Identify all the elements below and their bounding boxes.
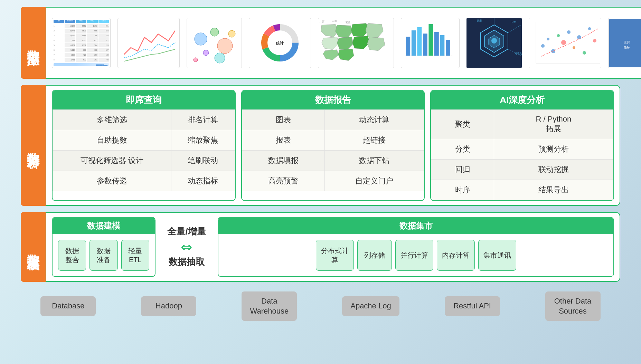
modeling-left: 数据建模 数据整合 数据准备 轻量ETL	[52, 217, 155, 277]
adhoc-body: 多维筛选 排名计算 自助提数 缩放聚焦 可视化筛选器 设计 笔刷联动	[53, 109, 235, 191]
arrow-top-label: 全量/增量	[167, 226, 206, 238]
report-cell: 超链接	[324, 130, 424, 151]
ai-cell: 联动挖掘	[494, 160, 613, 180]
svg-rect-22	[417, 27, 422, 56]
svg-point-44	[547, 38, 549, 40]
svg-point-7	[194, 58, 198, 62]
svg-rect-24	[428, 24, 433, 56]
svg-text:统计: 统计	[276, 41, 284, 45]
data-analysis-label: 数据分析	[21, 85, 46, 206]
modeling-item-integration: 数据整合	[58, 240, 86, 271]
adhoc-cell: 排名计算	[171, 110, 235, 130]
modeling-item-etl: 轻量ETL	[121, 240, 149, 271]
ai-cell: 聚类	[431, 110, 494, 139]
data-source-warehouse: Data Warehouse	[242, 291, 297, 321]
svg-point-46	[557, 34, 560, 37]
svg-text:指标: 指标	[623, 46, 630, 49]
svg-point-6	[215, 53, 225, 63]
data-sources-row: Database Hadoop Data Warehouse Apache Lo…	[21, 288, 620, 321]
ai-header: AI深度分析	[431, 90, 613, 109]
data-modeling-label: 数据建模	[21, 212, 46, 282]
chart-hex-thumb: 数据 分析 可视化	[466, 18, 522, 68]
svg-point-52	[588, 27, 591, 30]
svg-rect-26	[440, 35, 444, 56]
chart-donut-thumb: 统计	[249, 18, 311, 68]
chart-line-thumb	[117, 18, 180, 68]
report-cell: 自定义门户	[324, 171, 424, 191]
modeling-right: 数据集市 分布式计算 列存储 并行计算 内存计算 集市通讯	[218, 217, 614, 277]
adhoc-cell: 参数传递	[53, 171, 171, 191]
adhoc-cell: 笔刷联动	[171, 151, 235, 171]
ai-cell: 时序	[431, 180, 494, 200]
data-source-other: Other Data Sources	[545, 291, 601, 321]
data-modeling-section: 数据建模 数据建模 数据整合 数据准备 轻量ETL 全量/增量 ⇔ 数据抽取	[21, 212, 620, 282]
modeling-item-preparation: 数据准备	[89, 240, 117, 271]
svg-point-53	[593, 39, 596, 42]
datamart-item-3: 内存计算	[437, 240, 475, 271]
data-extract-arrow: 全量/增量 ⇔ 数据抽取	[155, 217, 218, 277]
adhoc-panel: 即席查询 多维筛选 排名计算 自助提数 缩放聚焦	[52, 90, 236, 201]
svg-point-4	[203, 50, 209, 56]
ai-cell: 结果导出	[494, 180, 613, 200]
data-analysis-section: 数据分析 即席查询 多维筛选 排名计算 自助提数 缩	[21, 85, 620, 206]
data-analysis-content: 即席查询 多维筛选 排名计算 自助提数 缩放聚焦	[46, 85, 620, 206]
svg-point-51	[583, 51, 586, 55]
adhoc-cell: 可视化筛选器 设计	[53, 151, 171, 171]
svg-point-48	[567, 30, 571, 34]
arrow-bottom-label: 数据抽取	[169, 256, 205, 268]
svg-text:安徽: 安徽	[346, 21, 350, 23]
ai-panel: AI深度分析 聚类 R / Python 拓展 分类 预测分析	[430, 90, 614, 201]
ai-cell: R / Python 拓展	[494, 110, 613, 139]
svg-point-5	[228, 30, 235, 37]
ai-cell: 分类	[431, 139, 494, 160]
data-source-hadoop: Hadoop	[141, 296, 196, 316]
bidirectional-arrow: ⇔	[181, 239, 192, 255]
ai-cell: 回归	[431, 160, 494, 180]
report-panel: 数据报告 图表 动态计算 报表 超链接 数	[241, 90, 425, 201]
svg-point-49	[573, 46, 575, 49]
svg-text:主要: 主要	[624, 40, 630, 44]
svg-rect-23	[423, 33, 427, 56]
chart-area: ID Name Val1 Val2 Val3 113,2753,9821,263…	[52, 18, 641, 68]
data-app-label: 数据应用	[21, 7, 46, 79]
datamart-item-2: 并行计算	[395, 240, 433, 271]
ai-body: 聚类 R / Python 拓展 分类 预测分析 回归 联动挖掘	[431, 109, 613, 200]
report-cell: 图表	[242, 110, 324, 130]
svg-point-1	[195, 33, 207, 45]
datamart-item-4: 集市通讯	[478, 240, 516, 271]
datamart-item-0: 分布式计算	[316, 240, 354, 271]
chart-treemap-thumb: 主要 指标 次要 辅助	[608, 18, 641, 68]
modeling-right-header: 数据集市	[218, 218, 613, 234]
data-modeling-content: 数据建模 数据整合 数据准备 轻量ETL 全量/增量 ⇔ 数据抽取 数据集市	[46, 212, 620, 282]
svg-text:数据: 数据	[477, 19, 482, 22]
svg-rect-21	[412, 30, 416, 56]
ai-cell: 预测分析	[494, 139, 613, 160]
svg-text:分析: 分析	[511, 21, 516, 23]
svg-point-33	[491, 38, 497, 44]
svg-point-43	[541, 44, 545, 48]
adhoc-cell: 自助提数	[53, 130, 171, 151]
svg-point-47	[561, 40, 566, 45]
data-source-database: Database	[40, 296, 96, 316]
adhoc-cell: 缩放聚焦	[171, 130, 235, 151]
svg-rect-25	[434, 32, 439, 56]
chart-geo-thumb: 广西 云南 安徽	[318, 18, 394, 68]
svg-point-3	[217, 38, 233, 54]
svg-text:广西: 广西	[320, 20, 324, 22]
svg-text:云南: 云南	[332, 19, 337, 22]
datamart-item-1: 列存储	[357, 240, 392, 271]
chart-table-thumb: ID Name Val1 Val2 Val3 113,2753,9821,263…	[52, 18, 111, 68]
data-app-section: 数据应用 ID Name Val1 Val2 Val3 113,2753,982…	[21, 7, 620, 79]
data-source-restful: Restful API	[445, 296, 500, 316]
adhoc-cell: 多维筛选	[53, 110, 171, 130]
svg-rect-20	[406, 37, 410, 56]
chart-bar-thumb	[401, 18, 460, 68]
svg-rect-27	[446, 40, 450, 56]
data-source-apachelog: Apache Log	[342, 296, 399, 316]
modeling-left-header: 数据建模	[53, 218, 155, 234]
svg-point-2	[210, 28, 219, 36]
report-body: 图表 动态计算 报表 超链接 数据填报 数据下钻	[242, 109, 424, 191]
adhoc-cell: 动态指标	[171, 171, 235, 191]
adhoc-header: 即席查询	[53, 90, 235, 109]
svg-point-45	[551, 49, 555, 53]
